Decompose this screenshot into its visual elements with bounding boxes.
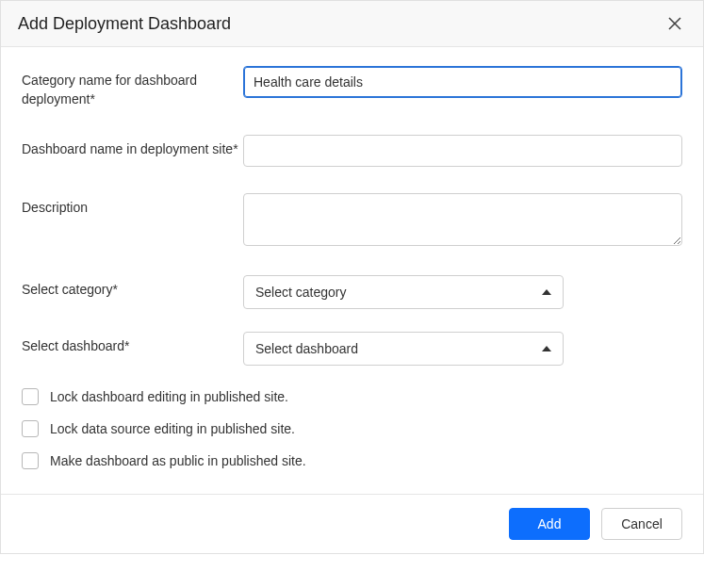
select-category-dropdown[interactable]: Select category [243, 275, 564, 309]
add-deployment-dashboard-dialog: Add Deployment Dashboard Category name f… [0, 0, 704, 554]
label-select-dashboard: Select dashboard* [22, 332, 243, 356]
close-icon [667, 20, 682, 34]
dialog-header: Add Deployment Dashboard [1, 1, 703, 47]
close-button[interactable] [663, 12, 686, 35]
label-select-category: Select category* [22, 275, 243, 300]
row-description: Description [22, 193, 682, 249]
checkbox-row-lock-dashboard: Lock dashboard editing in published site… [22, 388, 682, 405]
row-select-category: Select category* Select category [22, 275, 682, 309]
select-dashboard-dropdown[interactable]: Select dashboard [243, 332, 564, 366]
dialog-title: Add Deployment Dashboard [18, 14, 231, 34]
cancel-button[interactable]: Cancel [601, 508, 682, 540]
checkbox-group: Lock dashboard editing in published site… [22, 388, 682, 469]
dashboard-name-input[interactable] [243, 135, 682, 167]
category-name-input[interactable] [243, 66, 682, 98]
checkbox-row-lock-datasource: Lock data source editing in published si… [22, 420, 682, 437]
checkbox-row-make-public: Make dashboard as public in published si… [22, 452, 682, 469]
select-dashboard-value: Select dashboard [255, 341, 358, 356]
dialog-footer: Add Cancel [1, 494, 703, 553]
checkbox-label-lock-datasource: Lock data source editing in published si… [50, 421, 295, 436]
checkbox-lock-dashboard[interactable] [22, 388, 39, 405]
add-button[interactable]: Add [509, 508, 590, 540]
row-dashboard-name: Dashboard name in deployment site* [22, 135, 682, 167]
label-description: Description [22, 193, 243, 218]
checkbox-label-lock-dashboard: Lock dashboard editing in published site… [50, 389, 288, 404]
select-category-value: Select category [255, 285, 347, 300]
caret-up-icon [542, 346, 551, 351]
description-textarea[interactable] [243, 193, 682, 246]
label-dashboard-name: Dashboard name in deployment site* [22, 135, 243, 159]
checkbox-label-make-public: Make dashboard as public in published si… [50, 453, 306, 468]
dialog-body: Category name for dashboard deployment* … [1, 47, 703, 494]
row-category-name: Category name for dashboard deployment* [22, 66, 682, 108]
caret-up-icon [542, 289, 551, 295]
row-select-dashboard: Select dashboard* Select dashboard [22, 332, 682, 366]
checkbox-make-public[interactable] [22, 452, 39, 469]
label-category-name: Category name for dashboard deployment* [22, 66, 243, 108]
checkbox-lock-datasource[interactable] [22, 420, 39, 437]
